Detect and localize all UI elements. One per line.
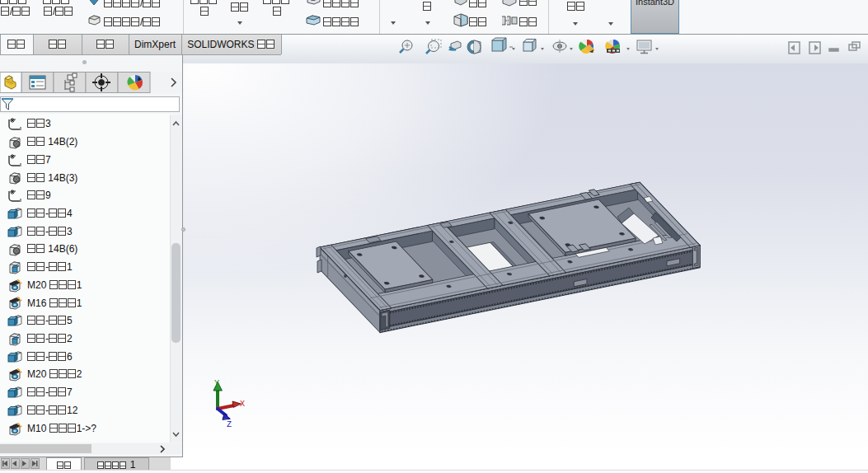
svg-text:X: X <box>240 400 245 409</box>
svg-text:Y: Y <box>214 379 219 388</box>
svg-text:Z: Z <box>227 420 232 429</box>
